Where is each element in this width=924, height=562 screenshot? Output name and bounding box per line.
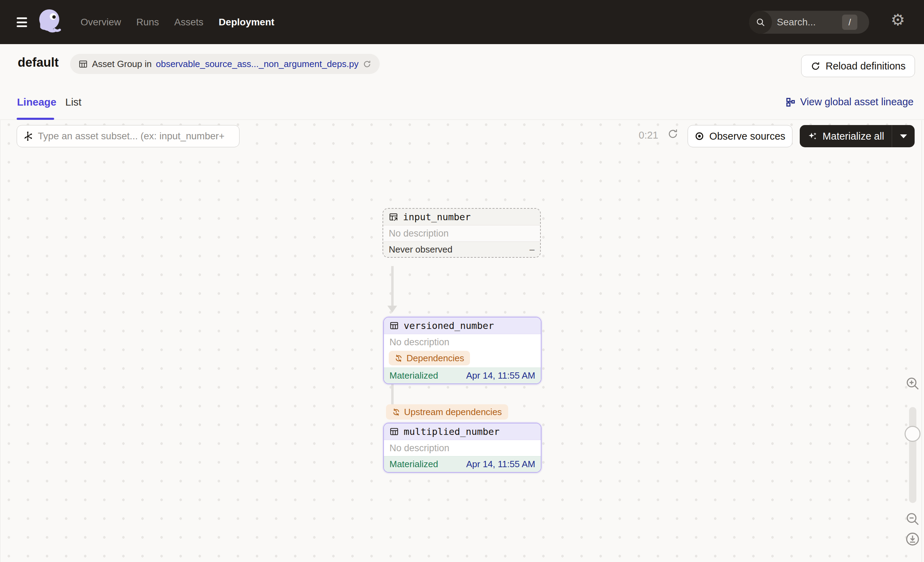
- table-icon: [390, 321, 399, 330]
- canvas-left-border: [0, 120, 0, 562]
- upstream-dependencies-label: Upstream dependencies: [404, 407, 502, 418]
- edge-input-to-versioned: [391, 266, 394, 307]
- reload-definitions-button[interactable]: Reload definitions: [801, 55, 915, 77]
- status-label: Never observed: [389, 244, 453, 255]
- asset-subset-input[interactable]: [38, 131, 234, 142]
- materialize-options-dropdown[interactable]: [892, 125, 915, 147]
- status-value: –: [530, 244, 534, 255]
- asset-node-input-number[interactable]: input_number No description Never observ…: [382, 208, 541, 258]
- asset-node-body: No description Dependencies: [384, 334, 541, 368]
- refresh-timer: 0:21: [639, 129, 658, 141]
- page-header: default Asset Group in observable_source…: [0, 44, 924, 85]
- zoom-out-icon[interactable]: [905, 511, 920, 527]
- dependencies-changed-label: Dependencies: [406, 353, 464, 364]
- tab-list[interactable]: List: [65, 96, 82, 108]
- view-global-asset-lineage-link[interactable]: View global asset lineage: [785, 96, 914, 108]
- nav-overview[interactable]: Overview: [81, 17, 121, 28]
- asset-status-row: Never observed –: [383, 241, 540, 257]
- settings-gear-icon[interactable]: ⚙: [891, 12, 905, 28]
- asset-node-multiplied-number[interactable]: multiplied_number No description Materia…: [383, 423, 542, 473]
- search-icon: [749, 11, 772, 34]
- asset-description: No description: [384, 334, 541, 350]
- asset-subset-icon: [22, 131, 33, 141]
- asset-node-header: versioned_number: [384, 317, 541, 334]
- refresh-icon[interactable]: [667, 128, 679, 140]
- edge-versioned-to-multiplied: [391, 383, 394, 406]
- search-input[interactable]: [777, 11, 843, 34]
- asset-group-label: Asset Group in: [92, 59, 152, 69]
- zoom-slider-handle[interactable]: [904, 426, 921, 442]
- nav-runs[interactable]: Runs: [136, 17, 159, 28]
- table-icon: [390, 427, 399, 436]
- asset-group-badge: Asset Group in observable_source_ass..._…: [70, 54, 380, 74]
- badge-refresh-icon[interactable]: [363, 60, 371, 68]
- nav-assets[interactable]: Assets: [174, 17, 203, 28]
- asset-name: input_number: [403, 212, 471, 222]
- reload-definitions-label: Reload definitions: [825, 60, 906, 72]
- sparkles-icon: [807, 131, 818, 141]
- dependencies-changed-icon: [392, 408, 400, 416]
- asset-name: multiplied_number: [404, 426, 500, 437]
- asset-name: versioned_number: [404, 320, 494, 331]
- status-timestamp: Apr 14, 11:55 AM: [466, 459, 535, 470]
- active-tab-underline: [16, 118, 54, 120]
- top-navigation-bar: Overview Runs Assets Deployment / ⚙: [0, 0, 924, 44]
- menu-icon[interactable]: [16, 17, 27, 27]
- observe-sources-button[interactable]: Observe sources: [688, 125, 792, 147]
- asset-description: No description: [384, 440, 541, 456]
- tabs-row: Lineage List View global asset lineage: [0, 85, 924, 120]
- asset-node-header: multiplied_number: [384, 424, 541, 440]
- dagster-app: Overview Runs Assets Deployment / ⚙ defa…: [0, 0, 924, 562]
- dagster-logo[interactable]: [35, 7, 66, 38]
- asset-group-file-link[interactable]: observable_source_ass..._non_argument_de…: [156, 59, 358, 69]
- dependencies-changed-badge[interactable]: Dependencies: [389, 351, 470, 365]
- nav-deployment[interactable]: Deployment: [219, 17, 274, 28]
- asset-status-row: Materialized Apr 14, 11:55 AM: [384, 368, 541, 383]
- asset-description: No description: [383, 225, 540, 241]
- status-label: Materialized: [390, 459, 438, 470]
- materialize-all-label: Materialize all: [823, 131, 884, 142]
- zoom-in-icon[interactable]: [905, 376, 920, 391]
- zoom-slider-track[interactable]: [909, 407, 916, 503]
- search-box[interactable]: /: [749, 11, 869, 34]
- primary-nav: Overview Runs Assets Deployment: [81, 0, 274, 44]
- chevron-down-icon: [900, 134, 907, 138]
- asset-node-header: input_number: [383, 209, 540, 225]
- materialize-all-split-button: Materialize all: [800, 125, 915, 147]
- status-timestamp: Apr 14, 11:55 AM: [466, 370, 535, 381]
- asset-status-row: Materialized Apr 14, 11:55 AM: [384, 456, 541, 472]
- edge-arrowhead-icon: [387, 306, 397, 313]
- status-label: Materialized: [390, 370, 438, 381]
- observable-table-icon: [389, 212, 398, 222]
- observe-sources-label: Observe sources: [709, 131, 785, 142]
- lineage-graph-icon: [785, 97, 796, 107]
- lineage-canvas[interactable]: 0:21 Observe sources: [0, 120, 924, 562]
- search-shortcut-key: /: [842, 15, 857, 30]
- materialize-all-button[interactable]: Materialize all: [800, 125, 892, 147]
- upstream-dependencies-badge[interactable]: Upstream dependencies: [386, 404, 508, 419]
- reload-icon: [810, 61, 820, 71]
- download-image-icon[interactable]: [905, 532, 920, 547]
- page-title: default: [18, 55, 58, 70]
- dependencies-changed-icon: [394, 354, 403, 362]
- tab-lineage[interactable]: Lineage: [17, 96, 56, 108]
- table-icon: [78, 59, 88, 69]
- asset-subset-filter[interactable]: [16, 125, 240, 147]
- view-global-asset-lineage-label: View global asset lineage: [800, 96, 914, 108]
- eye-icon: [694, 131, 704, 141]
- asset-node-versioned-number[interactable]: versioned_number No description: [383, 317, 542, 384]
